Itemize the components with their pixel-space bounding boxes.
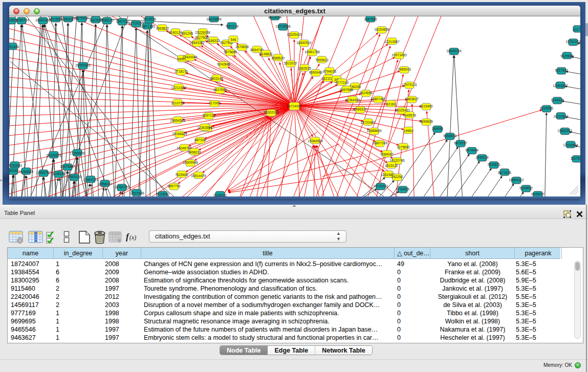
- svg-text:9136092: 9136092: [213, 193, 227, 196]
- svg-text:19166825: 19166825: [172, 132, 187, 136]
- svg-text:16033809: 16033809: [206, 17, 222, 21]
- svg-text:7357274: 7357274: [225, 25, 238, 28]
- svg-text:8186323: 8186323: [207, 39, 220, 42]
- svg-text:12923446: 12923446: [129, 191, 144, 195]
- svg-text:10975887: 10975887: [60, 165, 75, 168]
- svg-text:7955812: 7955812: [315, 58, 329, 62]
- svg-text:2935114: 2935114: [475, 156, 489, 159]
- svg-text:16753001: 16753001: [9, 164, 23, 167]
- svg-text:17957273: 17957273: [83, 178, 98, 182]
- svg-text:7515524: 7515524: [143, 17, 156, 21]
- svg-text:16671355: 16671355: [140, 25, 155, 28]
- svg-text:23226058: 23226058: [195, 31, 210, 34]
- svg-text:15692971: 15692971: [557, 129, 573, 133]
- svg-text:6466100: 6466100: [100, 18, 114, 22]
- svg-text:2651304: 2651304: [9, 45, 19, 49]
- svg-text:13325419: 13325419: [287, 33, 302, 36]
- svg-text:17359928: 17359928: [70, 151, 85, 155]
- svg-text:16782759: 16782759: [114, 185, 129, 189]
- svg-text:(x): (x): [129, 234, 136, 241]
- svg-text:1588520: 1588520: [271, 56, 285, 60]
- svg-text:9084067: 9084067: [380, 152, 394, 156]
- svg-text:16154838: 16154838: [374, 28, 389, 31]
- svg-text:20091406: 20091406: [35, 18, 51, 22]
- svg-text:16046766: 16046766: [177, 146, 192, 150]
- svg-text:9227342: 9227342: [555, 69, 568, 72]
- svg-text:8215956: 8215956: [540, 106, 553, 110]
- svg-text:2718176: 2718176: [175, 70, 188, 73]
- svg-text:7449579: 7449579: [403, 114, 416, 117]
- svg-text:16648784: 16648784: [446, 49, 462, 53]
- svg-text:891295: 891295: [182, 32, 193, 35]
- svg-text:2347112: 2347112: [116, 19, 129, 23]
- svg-text:9777169: 9777169: [335, 81, 349, 84]
- svg-text:9724502: 9724502: [156, 192, 169, 196]
- svg-text:3624554: 3624554: [359, 91, 373, 95]
- svg-text:6497568: 6497568: [340, 88, 353, 92]
- svg-text:9857791: 9857791: [167, 184, 181, 188]
- svg-text:16640910: 16640910: [296, 41, 312, 45]
- svg-text:62160: 62160: [386, 102, 396, 106]
- svg-text:9358923: 9358923: [443, 134, 456, 138]
- svg-text:6479197: 6479197: [454, 141, 467, 145]
- svg-text:9115460: 9115460: [420, 104, 433, 108]
- svg-text:1010755: 1010755: [171, 101, 184, 105]
- svg-text:164095: 164095: [432, 127, 443, 130]
- svg-text:9242848: 9242848: [217, 62, 230, 66]
- svg-text:12975115: 12975115: [402, 83, 417, 86]
- svg-text:15751074: 15751074: [565, 40, 580, 43]
- svg-text:8160124: 8160124: [169, 31, 182, 34]
- svg-text:14139141: 14139141: [373, 184, 388, 188]
- svg-text:12093872: 12093872: [553, 84, 568, 87]
- svg-text:8813054: 8813054: [268, 16, 281, 19]
- svg-text:10654112: 10654112: [509, 178, 524, 182]
- svg-text:9245652: 9245652: [519, 186, 533, 190]
- svg-text:8990448: 8990448: [309, 71, 322, 74]
- svg-text:2676608: 2676608: [235, 45, 249, 49]
- svg-text:11156829: 11156829: [19, 170, 34, 173]
- svg-text:10653287: 10653287: [60, 17, 76, 21]
- svg-text:16914479: 16914479: [191, 174, 206, 178]
- svg-text:11353594: 11353594: [198, 126, 212, 129]
- svg-text:15909948: 15909948: [183, 161, 198, 164]
- svg-text:10688609: 10688609: [366, 129, 382, 133]
- svg-text:1075692: 1075692: [397, 145, 410, 149]
- svg-text:17016504: 17016504: [563, 143, 578, 147]
- svg-text:7485003: 7485003: [398, 68, 411, 71]
- svg-text:11171: 11171: [573, 28, 580, 31]
- svg-text:9329966: 9329966: [560, 54, 574, 58]
- svg-text:16961758: 16961758: [304, 50, 320, 54]
- svg-text:1362615: 1362615: [298, 67, 311, 70]
- svg-text:1167533: 1167533: [570, 157, 580, 160]
- svg-text:1145194: 1145194: [52, 172, 66, 176]
- svg-text:19654545: 19654545: [170, 119, 185, 122]
- svg-text:9245077: 9245077: [531, 192, 545, 196]
- svg-text:2803144: 2803144: [210, 77, 223, 80]
- svg-text:19384554: 19384554: [308, 139, 323, 143]
- svg-text:1733426: 1733426: [396, 187, 409, 191]
- svg-text:12505135: 12505135: [67, 175, 82, 179]
- svg-text:39159: 39159: [9, 169, 18, 172]
- svg-text:9699695: 9699695: [420, 120, 433, 123]
- svg-text:1244415: 1244415: [551, 98, 564, 102]
- svg-text:19654: 19654: [404, 129, 413, 133]
- svg-text:3267110: 3267110: [202, 114, 215, 117]
- svg-text:9474444: 9474444: [465, 148, 478, 152]
- svg-text:5679310: 5679310: [75, 16, 89, 20]
- svg-text:12942757: 12942757: [36, 171, 51, 174]
- svg-text:16543382: 16543382: [189, 41, 205, 45]
- svg-text:8427552: 8427552: [213, 88, 227, 92]
- svg-text:10958107: 10958107: [97, 182, 113, 186]
- svg-text:7986322: 7986322: [354, 107, 367, 111]
- svg-text:887334: 887334: [194, 138, 206, 142]
- svg-text:19218506: 19218506: [275, 25, 291, 28]
- svg-text:25302033: 25302033: [264, 111, 279, 114]
- svg-text:7632621: 7632621: [487, 163, 500, 166]
- svg-text:9463627: 9463627: [405, 97, 419, 101]
- svg-text:5875685: 5875685: [224, 50, 237, 54]
- svg-text:7663822: 7663822: [156, 27, 169, 30]
- svg-text:15720407: 15720407: [360, 121, 376, 124]
- svg-text:6794028: 6794028: [323, 70, 336, 73]
- svg-text:417006: 417006: [209, 101, 220, 105]
- svg-text:10210643: 10210643: [553, 115, 569, 118]
